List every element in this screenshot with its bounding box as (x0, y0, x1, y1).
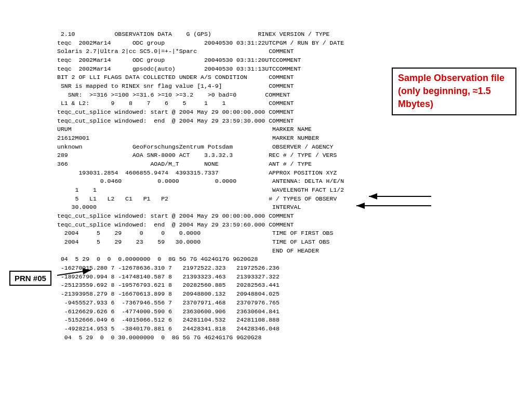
code-line: teqc_cut_splice windowed: end @ 2004 May… (57, 117, 344, 126)
code-line: -9455527.933 6 -7367946.556 7 23707971.4… (57, 299, 344, 308)
code-line: 2004 5 29 0 0 0.0000 TIME OF FIRST OBS (57, 229, 344, 238)
code-line: teqc 2002Mar14 ODC group 20040530 03:31:… (57, 56, 344, 65)
code-line: teqc_cut_splice windowed: start @ 2004 M… (57, 212, 344, 221)
code-line: unknown GeoForschungsZentrum Potsdam OBS… (57, 143, 344, 152)
code-line: -21393958.279 8 -16670613.899 8 20948800… (57, 290, 344, 299)
code-line: -5152666.049 6 -4015066.512 6 24281104.5… (57, 316, 344, 325)
code-line: -18926790.994 8 -14748140.587 8 21393323… (57, 273, 344, 282)
code-line: 366 AOAD/M_T NONE ANT # / TYPE (57, 160, 344, 169)
code-line: L1 & L2: 9 8 7 6 5 1 1 COMMENT (57, 99, 344, 108)
code-line: -25123559.692 8 -19576793.621 8 20282560… (57, 281, 344, 290)
code-line: SNR is mapped to RINEX snr flag value [1… (57, 82, 344, 91)
annotation-box: Sample Observation file (only beginning,… (392, 68, 516, 115)
code-line: 2.10 OBSERVATION DATA G (GPS) RINEX VERS… (57, 30, 344, 39)
code-line: 1 1 WAVELENGTH FACT L1/2 (57, 186, 344, 195)
code-block: 2.10 OBSERVATION DATA G (GPS) RINEX VERS… (57, 30, 344, 342)
code-line: -4928214.953 5 -3840170.881 6 24428341.8… (57, 325, 344, 334)
code-line: 2004 5 29 23 59 30.0000 TIME OF LAST OBS (57, 238, 344, 247)
code-line: END OF HEADER (57, 247, 344, 256)
code-line: -16270915.280 7 -12678636.310 7 21972522… (57, 264, 344, 273)
code-line: Solaris 2.7|Ultra 2|cc SC5.0|=+-|*Sparc … (57, 47, 344, 56)
main-content: 2.10 OBSERVATION DATA G (GPS) RINEX VERS… (0, 0, 532, 399)
code-line: 04 5 29 0 0 30.0000000 0 8G 5G 7G 4G24G1… (57, 334, 344, 342)
code-line: teqc_cut_splice windowed: start @ 2004 M… (57, 108, 344, 117)
code-line: 193031.2854 4606855.9474 4393315.7337 AP… (57, 169, 344, 178)
code-line: 21612M001 MARKER NUMBER (57, 134, 344, 143)
code-line: URUM MARKER NAME (57, 125, 344, 134)
code-line: teqc_cut_splice windowed: end @ 2004 May… (57, 221, 344, 230)
annotation-text: Sample Observation file (only beginning,… (398, 73, 504, 109)
code-line: 04 5 29 0 0 0.0000000 0 8G 5G 7G 4G24G17… (57, 255, 344, 264)
code-line: 0.0460 0.0000 0.0000 ANTENNA: DELTA H/E/… (57, 177, 344, 186)
code-line: 289 AOA SNR-8000 ACT 3.3.32.3 REC # / TY… (57, 151, 344, 160)
code-line: teqc 2002Mar14 ODC group 20040530 03:31:… (57, 39, 344, 48)
code-line: -6126629.626 6 -4774000.590 6 23630600.9… (57, 308, 344, 316)
code-line: teqc 2002Mar14 gpsodc(auto) 20040530 03:… (57, 65, 344, 74)
code-line: 5 L1 L2 C1 P1 P2 # / TYPES OF OBSERV (57, 195, 344, 204)
code-line: 30.0000 INTERVAL (57, 203, 344, 212)
code-line: BIT 2 OF LLI FLAGS DATA COLLECTED UNDER … (57, 73, 344, 82)
code-line: SNR: >=316 >=100 >=31.6 >=10 >=3.2 >0 ba… (57, 91, 344, 100)
prn-label: PRN #05 (9, 271, 51, 286)
